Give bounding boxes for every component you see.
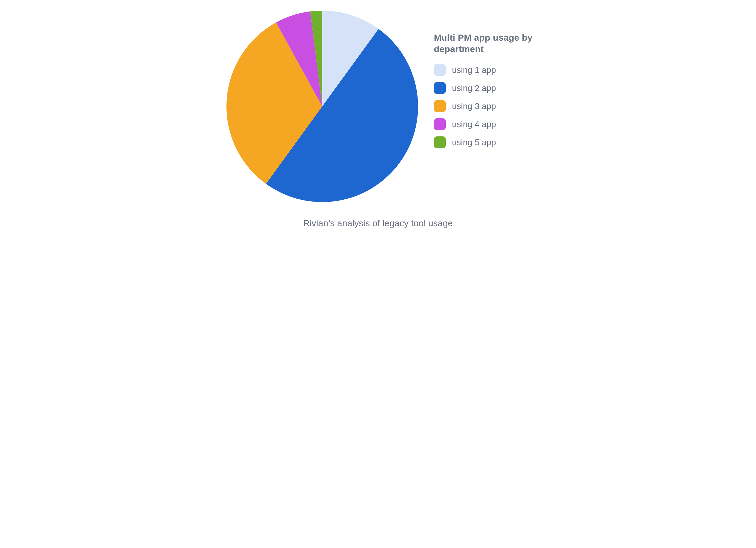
legend-item-4: using 4 app [434,118,540,130]
legend-item-5: using 5 app [434,136,540,148]
chart-container: Multi PM app usage by department using 1… [208,0,548,255]
chart-caption: Rivian’s analysis of legacy tool usage [208,218,548,229]
legend-item-3: using 3 app [434,100,540,112]
legend-label: using 4 app [452,119,496,129]
legend-swatch [434,82,446,94]
legend-item-2: using 2 app [434,82,540,94]
pie-svg [226,11,418,202]
legend-swatch [434,136,446,148]
legend-label: using 2 app [452,83,496,93]
legend-swatch [434,100,446,112]
pie-chart [226,11,418,202]
legend-items: using 1 appusing 2 appusing 3 appusing 4… [434,64,540,148]
legend-swatch [434,64,446,76]
legend-label: using 5 app [452,138,496,147]
legend-label: using 3 app [452,101,496,111]
legend-item-1: using 1 app [434,64,540,76]
legend-title: Multi PM app usage by department [434,32,540,55]
legend: Multi PM app usage by department using 1… [434,32,540,148]
legend-label: using 1 app [452,65,496,75]
legend-swatch [434,118,446,130]
